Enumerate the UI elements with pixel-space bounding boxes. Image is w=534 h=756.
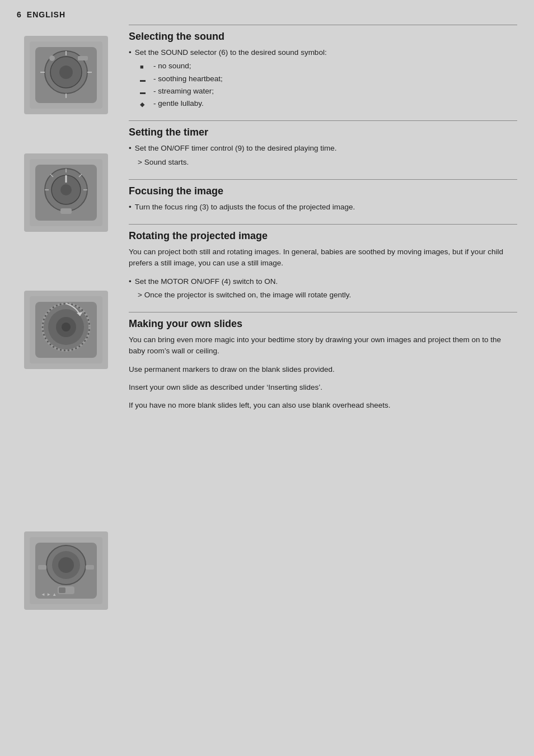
lullaby-text: - gentle lullaby.	[153, 98, 204, 109]
bullet-text-timer: Set the ON/OFF timer control (9) to the …	[135, 143, 337, 154]
section-body-slides: You can bring even more magic into your …	[129, 334, 517, 411]
lullaby-icon	[140, 99, 150, 106]
page-number: 6	[17, 10, 21, 19]
section-title-focus: Focusing the image	[129, 185, 517, 197]
no-sound-text: - no sound;	[153, 60, 191, 72]
section-body-selecting-sound: • Set the SOUND selector (6) to the desi…	[129, 47, 517, 109]
rotate-result: > Once the projector is switched on, the…	[138, 290, 517, 301]
bullet-text-sound: Set the SOUND selector (6) to the desire…	[135, 47, 327, 58]
section-body-rotate: You can project both still and rotating …	[129, 246, 517, 301]
section-title-rotate: Rotating the projected image	[129, 230, 517, 242]
bullet-main-rotate: • Set the MOTOR ON/OFF (4) switch to ON.	[129, 276, 517, 287]
section-divider-4	[129, 224, 517, 225]
sound-option-lullaby: - gentle lullaby.	[140, 98, 517, 109]
page: 6 ENGLISH	[0, 0, 534, 756]
section-selecting-sound: Selecting the sound • Set the SOUND sele…	[129, 25, 517, 109]
section-rotating-image: Rotating the projected image You can pro…	[129, 224, 517, 301]
bullet-text-focus: Turn the focus ring (3) to adjusts the f…	[135, 202, 355, 213]
section-body-timer: • Set the ON/OFF timer control (9) to th…	[129, 143, 517, 168]
rotate-paragraph-1: You can project both still and rotating …	[129, 246, 517, 269]
timer-result: > Sound starts.	[138, 157, 517, 168]
sound-option-no-sound: - no sound;	[140, 60, 517, 72]
svg-point-15	[60, 184, 72, 195]
svg-rect-37	[59, 587, 65, 593]
svg-rect-6	[78, 56, 88, 60]
right-column: Selecting the sound • Set the SOUND sele…	[123, 25, 534, 739]
bullet-dot-timer: •	[129, 143, 132, 154]
section-setting-timer: Setting the timer • Set the ON/OFF timer…	[129, 120, 517, 168]
slides-paragraph-3: Insert your own slide as described under…	[129, 382, 517, 393]
svg-point-35	[58, 557, 74, 573]
sound-options-list: - no sound; - soothing heartbeat; - stre…	[140, 60, 517, 109]
bullet-dot: •	[129, 47, 132, 58]
bullet-main-timer: • Set the ON/OFF timer control (9) to th…	[129, 143, 517, 154]
page-header: 6 ENGLISH	[0, 0, 534, 25]
section-focusing-image: Focusing the image • Turn the focus ring…	[129, 179, 517, 213]
content-area: ◄ ► ▲ Selecting the sound • Set the SOUN…	[0, 25, 534, 756]
svg-rect-39	[86, 565, 94, 570]
bullet-dot-focus: •	[129, 202, 132, 213]
slides-paragraph-1: You can bring even more magic into your …	[129, 334, 517, 357]
section-divider-2	[129, 120, 517, 121]
bullet-text-rotate: Set the MOTOR ON/OFF (4) switch to ON.	[135, 276, 278, 287]
section-body-focus: • Turn the focus ring (3) to adjusts the…	[129, 202, 517, 213]
device-image-timer	[24, 153, 108, 232]
slides-paragraph-4: If you have no more blank slides left, y…	[129, 400, 517, 411]
svg-point-5	[49, 55, 55, 61]
section-making-slides: Making your own slides You can bring eve…	[129, 312, 517, 411]
section-divider-1	[129, 25, 517, 25]
bullet-main-sound: • Set the SOUND selector (6) to the desi…	[129, 47, 517, 58]
svg-point-29	[62, 323, 71, 332]
section-title-selecting-sound: Selecting the sound	[129, 31, 517, 43]
timer-result-text: Sound starts.	[144, 158, 189, 166]
sound-option-heartbeat: - soothing heartbeat;	[140, 73, 517, 85]
no-sound-icon	[140, 61, 150, 69]
device-image-sound	[24, 36, 108, 114]
section-title-slides: Making your own slides	[129, 318, 517, 330]
sound-option-water: - streaming water;	[140, 86, 517, 97]
section-title-timer: Setting the timer	[129, 127, 517, 138]
slides-paragraph-2: Use permanent markers to draw on the bla…	[129, 364, 517, 375]
section-divider-3	[129, 179, 517, 180]
left-column: ◄ ► ▲	[0, 25, 123, 739]
device-image-focus	[24, 291, 108, 369]
svg-point-4	[59, 66, 73, 79]
page-language: ENGLISH	[27, 10, 65, 19]
svg-rect-38	[38, 565, 46, 570]
water-icon	[140, 86, 150, 94]
svg-rect-22	[60, 208, 72, 214]
device-image-motor: ◄ ► ▲	[24, 531, 108, 610]
heartbeat-text: - soothing heartbeat;	[153, 73, 223, 85]
svg-text:◄ ► ▲: ◄ ► ▲	[41, 592, 57, 597]
bullet-main-focus: • Turn the focus ring (3) to adjusts the…	[129, 202, 517, 213]
heartbeat-icon	[140, 74, 150, 82]
section-divider-5	[129, 312, 517, 312]
bullet-dot-rotate: •	[129, 276, 132, 287]
rotate-result-text: Once the projector is switched on, the i…	[144, 291, 352, 299]
water-text: - streaming water;	[153, 86, 214, 97]
